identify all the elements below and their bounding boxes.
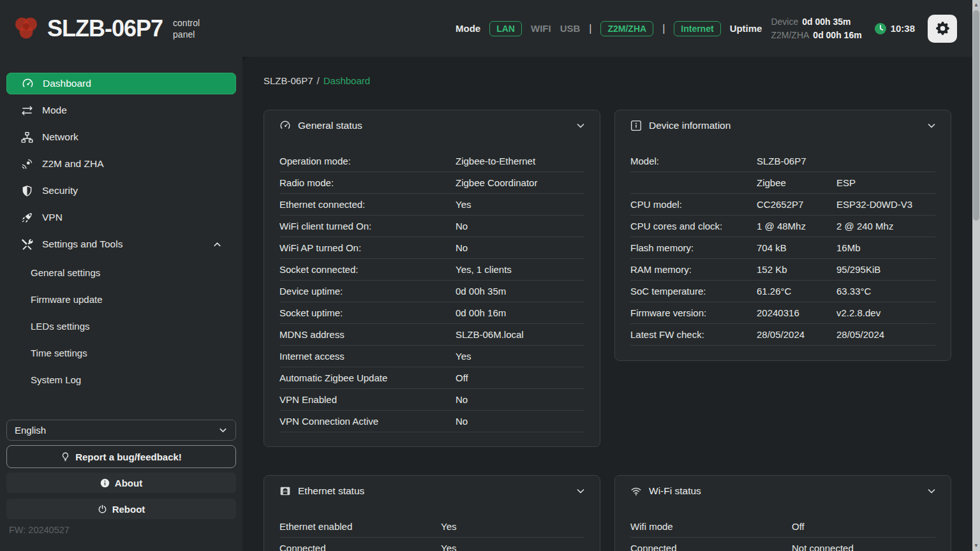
info-square-icon (630, 120, 642, 131)
row-value: Yes, 1 clients (456, 264, 584, 275)
row-value: Yes (441, 521, 584, 532)
general-status-header[interactable]: General status (264, 110, 600, 131)
info-icon (100, 478, 110, 488)
row-label: Socket uptime: (279, 307, 456, 318)
sidebar-item-label: Network (42, 131, 78, 143)
row-esp-value: ESP32-D0WD-V3 (836, 199, 935, 210)
info-row: Latest FW check: 28/05/2024 28/05/2024 (630, 324, 935, 346)
status-row: VPN Enabled No (279, 389, 584, 411)
speedometer-icon (22, 78, 34, 90)
app-root: SLZB-06P7 control panel Mode LAN WIFI US… (0, 0, 980, 551)
sidebar-item-security[interactable]: Security (6, 180, 236, 202)
rocket-icon (21, 212, 33, 224)
scrollbar-up-arrow[interactable]: ▲ (974, 3, 979, 8)
scrollbar-thumb[interactable] (973, 10, 979, 221)
card-title: Device information (649, 120, 731, 131)
row-esp-value: 28/05/2024 (836, 329, 935, 340)
row-value: 0d 00h 16m (456, 307, 584, 318)
row-label: Automatic Zigbee Update (279, 372, 456, 383)
sidebar-item-network[interactable]: Network (6, 126, 236, 148)
device-information-rows: Model: SLZB-06P7 Zigbee ESP CPU model: C… (615, 151, 951, 346)
subitem-label: Firmware update (31, 294, 103, 305)
wifi-icon (630, 485, 642, 497)
language-select[interactable]: English (6, 420, 236, 441)
sidebar-item-label: Mode (42, 105, 67, 116)
sidebar-item-z2m-zha[interactable]: Z2M and ZHA (6, 153, 236, 175)
sidebar-item-label: Settings and Tools (42, 239, 122, 250)
row-label: RAM memory: (630, 264, 757, 275)
network-diagram-icon (21, 131, 33, 143)
chevron-down-icon[interactable] (575, 486, 586, 496)
sidebar-subitem-leds-settings[interactable]: LEDs settings (0, 316, 236, 335)
chevron-down-icon[interactable] (926, 121, 937, 131)
chevron-down-icon (218, 425, 228, 435)
row-label: WiFi AP turned On: (279, 242, 456, 253)
row-label: Flash memory: (630, 242, 757, 253)
sidebar-item-settings-tools[interactable]: Settings and Tools (6, 233, 236, 255)
scrollbar-down-arrow[interactable]: ▼ (974, 543, 979, 548)
shield-icon (21, 185, 33, 197)
sidebar-item-label: Security (42, 185, 78, 196)
mode-usb-label: USB (560, 23, 581, 34)
row-value: Yes (456, 351, 584, 362)
about-button[interactable]: About (6, 473, 236, 493)
uptime-label: Uptime (730, 23, 762, 34)
status-row: MDNS address SLZB-06M.local (279, 324, 584, 346)
wifi-status-header[interactable]: Wi-Fi status (615, 476, 951, 497)
row-value: 0d 00h 35m (456, 286, 584, 297)
breadcrumb-separator: / (317, 75, 320, 86)
status-row: Internet access Yes (279, 346, 584, 367)
subitem-label: System Log (31, 374, 81, 385)
row-zigbee-value: 152 Kb (757, 264, 836, 275)
info-row: SoC temperature: 61.26°C 63.33°C (630, 281, 935, 302)
row-value: SLZB-06M.local (456, 329, 584, 340)
sidebar-subitem-system-log[interactable]: System Log (0, 370, 236, 389)
row-zigbee-value: 704 kB (757, 242, 836, 253)
row-label: Firmware version: (630, 307, 757, 318)
scrollbar[interactable]: ▲ ▼ (972, 0, 980, 551)
status-row: Automatic Zigbee Update Off (279, 367, 584, 389)
row-value: Yes (441, 543, 584, 551)
sidebar-item-vpn[interactable]: VPN (6, 207, 236, 228)
row-label: Internet access (279, 351, 456, 362)
separator: | (589, 23, 591, 34)
sidebar-item-label: Dashboard (43, 78, 91, 89)
breadcrumb-page[interactable]: Dashboard (323, 75, 370, 86)
header-status-cluster: Mode LAN WIFI USB | Z2M/ZHA | Internet U… (456, 15, 972, 43)
settings-gear-button[interactable] (928, 15, 957, 43)
z2m-zha-badge: Z2M/ZHA (600, 21, 653, 36)
lightbulb-icon (61, 452, 70, 462)
row-label: WiFi client turned On: (279, 221, 456, 231)
sidebar-subitem-general-settings[interactable]: General settings (0, 263, 236, 282)
status-row: Connected Yes (279, 538, 584, 551)
row-zigbee-value: SLZB-06P7 (757, 156, 836, 166)
reboot-button[interactable]: Reboot (6, 499, 236, 519)
breadcrumb-device: SLZB-06P7 (264, 75, 313, 86)
sidebar-item-mode[interactable]: Mode (6, 99, 236, 121)
device-information-card: Device information Model: SLZB-06P7 Z (614, 110, 951, 361)
row-value: Zigbee-to-Ethernet (456, 156, 584, 166)
row-value: Off (456, 372, 584, 383)
status-row: Socket uptime: 0d 00h 16m (279, 302, 584, 324)
ethernet-status-header[interactable]: Ethernet status (264, 476, 600, 497)
status-row: Socket connected: Yes, 1 clients (279, 259, 584, 281)
sidebar-subitem-firmware-update[interactable]: Firmware update (0, 290, 236, 309)
sidebar-subitem-time-settings[interactable]: Time settings (0, 343, 236, 362)
row-label: Ethernet enabled (279, 521, 441, 532)
status-row: Ethernet connected: Yes (279, 194, 584, 216)
subitem-label: General settings (31, 267, 100, 278)
row-zigbee-value: 28/05/2024 (757, 329, 836, 340)
sidebar-item-dashboard[interactable]: Dashboard (6, 73, 236, 94)
chevron-down-icon[interactable] (575, 121, 586, 131)
row-label: Connected (279, 543, 441, 551)
row-label: Device uptime: (279, 286, 456, 297)
chevron-up-icon[interactable] (212, 240, 222, 249)
chevron-down-icon[interactable] (926, 486, 937, 496)
general-status-rows: Operation mode: Zigbee-to-Ethernet Radio… (264, 151, 600, 432)
row-label: Ethernet connected: (279, 199, 456, 210)
uptime-z2m-label: Z2M/ZHA (771, 30, 809, 40)
report-bug-button[interactable]: Report a bug/feedback! (6, 445, 236, 468)
device-information-header[interactable]: Device information (615, 110, 951, 131)
tools-icon (21, 239, 33, 251)
firmware-version-label: FW: 20240527 (9, 525, 70, 535)
